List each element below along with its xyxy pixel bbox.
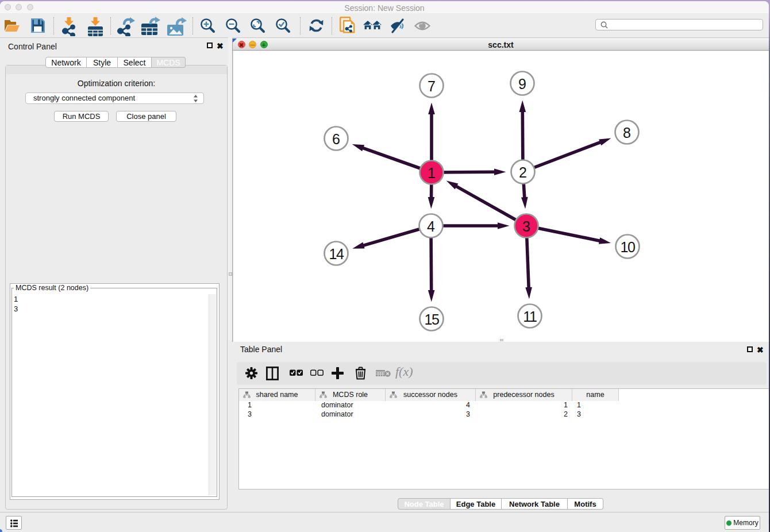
svg-text:7: 7 bbox=[428, 78, 436, 94]
svg-text:11: 11 bbox=[523, 309, 537, 325]
svg-text:9: 9 bbox=[518, 76, 526, 92]
svg-text:14: 14 bbox=[329, 246, 344, 262]
svg-text:1: 1 bbox=[428, 165, 436, 181]
svg-text:6: 6 bbox=[332, 131, 340, 147]
svg-text:3: 3 bbox=[522, 218, 530, 234]
svg-text:4: 4 bbox=[427, 218, 435, 234]
svg-text:8: 8 bbox=[623, 125, 631, 141]
svg-text:10: 10 bbox=[620, 239, 635, 255]
svg-text:15: 15 bbox=[424, 311, 439, 327]
svg-text:2: 2 bbox=[519, 164, 527, 180]
